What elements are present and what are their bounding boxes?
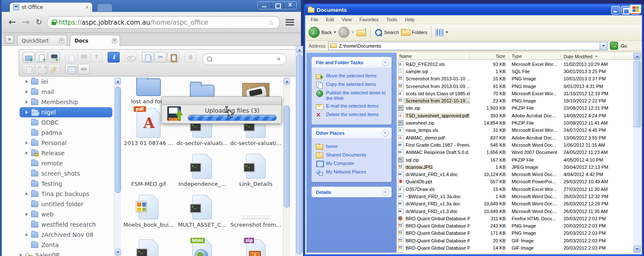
file-tile[interactable] bbox=[246, 239, 266, 256]
file-tile[interactable]: Moelis_book_bui... bbox=[123, 195, 174, 229]
browser-titlebar[interactable]: st Office ✕ bbox=[2, 0, 301, 12]
file-tile[interactable]: Independence_... bbox=[178, 154, 226, 188]
up-button[interactable] bbox=[356, 28, 366, 37]
toolbar-button[interactable] bbox=[78, 64, 90, 74]
search-input[interactable]: ✕ bbox=[202, 53, 286, 65]
tree-item[interactable]: Tina pc backups bbox=[20, 189, 114, 199]
tree-item[interactable]: nigel bbox=[20, 107, 112, 117]
forward-button[interactable]: → bbox=[22, 16, 30, 28]
list-scrollbar[interactable] bbox=[633, 53, 641, 253]
folders-button[interactable]: Folders bbox=[401, 29, 427, 36]
expand-arrow-icon[interactable] bbox=[26, 213, 28, 216]
collapse-chevron-icon[interactable]: « bbox=[382, 130, 389, 137]
tree-item[interactable]: zArchived Nov 08 bbox=[20, 230, 114, 240]
file-row[interactable]: BRD-Quant Global Database P... 243 KB PN… bbox=[397, 222, 633, 230]
reload-button[interactable]: ↻ bbox=[36, 16, 42, 28]
forward-button[interactable]: → bbox=[338, 27, 354, 38]
scroll-down-icon[interactable]: ▼ bbox=[115, 249, 121, 256]
scroll-up-icon[interactable]: ▲ bbox=[115, 78, 121, 85]
tree-item[interactable]: Personal bbox=[20, 138, 114, 148]
file-row[interactable]: BRD-Quant Global Database P... 311 KB Fi… bbox=[397, 215, 633, 222]
tasks-header[interactable]: File and Folder Tasks« bbox=[312, 57, 392, 68]
app-tab[interactable]: Docs bbox=[70, 35, 120, 46]
app-tab-close-icon[interactable] bbox=[59, 38, 64, 43]
dialog-titlebar[interactable] bbox=[162, 97, 281, 105]
back-dropdown-icon[interactable] bbox=[334, 31, 336, 33]
details-header[interactable]: Details« bbox=[312, 187, 392, 197]
file-row[interactable]: Screenshot from 2013-01-10 ... 10 KB PNG… bbox=[397, 75, 633, 82]
expand-arrow-icon[interactable] bbox=[26, 80, 28, 83]
go-button[interactable]: → bbox=[610, 42, 618, 50]
file-row[interactable]: BRD-Quant Global Database P... 14 KB GIF… bbox=[397, 244, 633, 251]
tree-item[interactable]: ODBC bbox=[20, 117, 114, 128]
place-item[interactable]: My Network Places bbox=[316, 169, 390, 176]
file-row[interactable]: R&D_FYE2012.xls 93 KB Microsoft Excel Wo… bbox=[397, 60, 633, 68]
toolbar-button[interactable] bbox=[23, 52, 34, 63]
file-row[interactable]: BRD-Quant Global Database P... 20 KB GIF… bbox=[397, 237, 633, 244]
expand-arrow-icon[interactable] bbox=[26, 100, 28, 104]
menu-item[interactable]: View bbox=[338, 17, 356, 22]
column-header-size[interactable]: Size bbox=[470, 53, 509, 60]
toolbar-button[interactable] bbox=[91, 52, 103, 63]
toolbar-button[interactable] bbox=[108, 52, 120, 63]
file-row[interactable]: dcarrow.JPG 1 KB JPEG Image 20/04/2012 1… bbox=[397, 163, 633, 171]
upload-progress-dialog[interactable]: Uploading files (3) bbox=[161, 97, 282, 124]
file-row[interactable]: sql.zip 167 KB PKZIP File 4/05/2012 4:10… bbox=[397, 156, 633, 163]
file-row[interactable]: scots old boys Class of 1985.xls 70 KB M… bbox=[397, 90, 633, 97]
file-tile[interactable]: Link_Details bbox=[239, 154, 272, 188]
expand-arrow-icon[interactable] bbox=[26, 192, 28, 196]
expand-arrow-icon[interactable] bbox=[26, 141, 28, 145]
menu-hamburger-icon[interactable] bbox=[286, 19, 294, 26]
place-item[interactable]: My Computer bbox=[316, 161, 390, 167]
tree-item[interactable]: web bbox=[20, 209, 114, 219]
task-item[interactable]: Copy the selected items bbox=[316, 82, 390, 88]
toolbar-button[interactable] bbox=[155, 52, 166, 63]
minimize-button[interactable] bbox=[611, 6, 620, 14]
collapse-chevron-icon[interactable]: « bbox=[382, 59, 389, 66]
toolbar-button[interactable] bbox=[65, 64, 77, 74]
file-row[interactable]: O357Draw.xls 15 KB Microsoft Excel Wor..… bbox=[397, 185, 633, 193]
file-row[interactable]: dcWizard_FRD_v1.3a.doc 10,649 KB Microso… bbox=[397, 200, 633, 208]
toolbar-button[interactable] bbox=[142, 52, 154, 63]
file-row[interactable]: TSD_savesheet_approved.pdf 393 KB Adobe … bbox=[397, 112, 633, 119]
tree-item[interactable]: padma bbox=[20, 128, 114, 138]
views-button[interactable] bbox=[435, 29, 448, 36]
scrollbar-thumb[interactable] bbox=[633, 61, 641, 127]
address-input[interactable]: Z:\home\Documents bbox=[328, 42, 607, 50]
file-row[interactable]: nasa_temps.xls 31 KB Microsoft Excel Wor… bbox=[397, 127, 633, 134]
file-row[interactable]: dcWizard_FRD_v1.3.doc 10,649 KB Microsof… bbox=[397, 208, 633, 215]
place-item[interactable]: home bbox=[316, 144, 390, 150]
tree-item[interactable]: SalesOP bbox=[20, 250, 114, 256]
back-button[interactable]: ←Back bbox=[309, 27, 336, 38]
tab-close-icon[interactable]: ✕ bbox=[85, 5, 89, 10]
file-row[interactable]: First Grade Colts 1987 - Premi... 545 KB… bbox=[397, 141, 633, 148]
file-row[interactable]: savesheet.zip 14,854 KB PKZIP File 10/08… bbox=[397, 119, 633, 126]
scroll-up-icon[interactable] bbox=[633, 53, 641, 60]
file-tile[interactable]: Screenshot from... bbox=[230, 216, 281, 229]
tree-item[interactable]: remote bbox=[20, 158, 114, 168]
search-clear-icon[interactable]: ✕ bbox=[277, 56, 281, 62]
views-dropdown-icon[interactable] bbox=[446, 31, 448, 33]
scroll-down-icon[interactable] bbox=[633, 245, 641, 253]
search-button[interactable]: Search bbox=[375, 28, 399, 36]
address-dropdown-icon[interactable] bbox=[600, 42, 607, 50]
file-tile[interactable]: MULTI_ASSET_C... bbox=[178, 195, 226, 229]
toolbar-button[interactable] bbox=[48, 52, 60, 63]
menu-item[interactable]: Tools bbox=[383, 17, 401, 22]
toolbar-button[interactable] bbox=[184, 52, 196, 63]
bookmark-star-icon[interactable]: ☆ bbox=[268, 18, 275, 27]
file-row[interactable]: QuantDb.ppt 557 KB Microsoft PowerPoi...… bbox=[397, 178, 633, 185]
toolbar-button[interactable] bbox=[48, 64, 60, 74]
file-row[interactable]: sample.sql 1 KB SQL File 30/01/2013 3:25… bbox=[397, 68, 633, 75]
file-row[interactable]: BRD-Quant Global Database P... 9 KB GIF … bbox=[397, 252, 633, 253]
column-header-name[interactable]: Name bbox=[397, 53, 470, 60]
column-header-type[interactable]: Type bbox=[509, 53, 561, 60]
files-scrollbar[interactable]: ▲ bbox=[283, 77, 290, 256]
expand-arrow-icon[interactable] bbox=[26, 151, 28, 155]
menu-item[interactable]: Favorites bbox=[355, 17, 382, 22]
explorer-titlebar[interactable]: Documents bbox=[305, 5, 642, 15]
back-button[interactable]: ← bbox=[9, 16, 16, 28]
tree-item[interactable]: Release bbox=[20, 148, 114, 158]
file-row[interactable]: ANMAC Response Draft 5.0.d... 1,656 KB W… bbox=[397, 149, 633, 156]
tree-item[interactable]: Testing bbox=[20, 179, 114, 189]
